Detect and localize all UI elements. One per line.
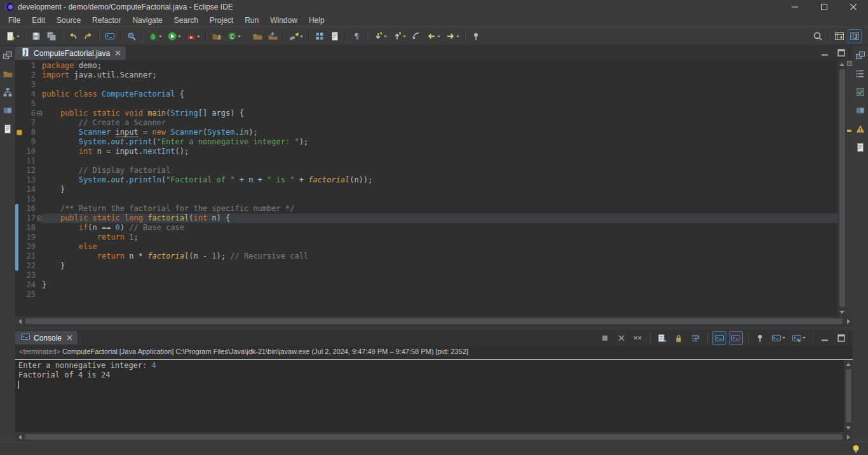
code-line[interactable]: public class ComputeFactorial { [42,90,837,99]
menu-project[interactable]: Project [204,15,239,26]
clear-console-button[interactable] [655,331,669,345]
show-whitespace-button[interactable]: ¶ [349,29,363,43]
dropdown-arrow-icon[interactable] [384,36,387,37]
code-line[interactable] [42,80,837,90]
dropdown-arrow-icon[interactable] [197,36,200,37]
editor-vertical-scrollbar[interactable] [837,60,846,316]
dropdown-arrow-icon[interactable] [238,36,241,37]
scrollbar-thumb[interactable] [839,69,845,307]
remove-all-terminated-button[interactable] [631,331,645,345]
menu-navigate[interactable]: Navigate [126,15,168,26]
code-line[interactable] [42,194,837,204]
javadoc-button[interactable] [854,104,867,117]
word-wrap-button[interactable] [688,331,702,345]
new-java-project-button[interactable]: J [210,29,224,43]
java-browsing-button[interactable] [313,29,327,43]
back-button[interactable] [424,29,442,43]
menu-file[interactable]: File [3,15,26,26]
scroll-left-arrow[interactable] [15,317,24,326]
code-line[interactable]: public static long factorial(int n) { [42,214,837,223]
code-line[interactable]: /** Return the factorial for the specifi… [42,204,837,214]
scroll-right-arrow[interactable] [844,433,853,442]
scrollbar-thumb[interactable] [25,434,843,440]
menu-run[interactable]: Run [239,15,264,26]
dropdown-arrow-icon[interactable] [300,36,303,37]
fold-marker-icon[interactable] [36,214,42,223]
dropdown-arrow-icon[interactable] [782,337,785,339]
menu-window[interactable]: Window [264,15,303,26]
scroll-up-arrow[interactable] [844,360,853,369]
code-line[interactable]: System.out.println("Factorial of " + n +… [42,175,837,185]
tab-console[interactable]: Console [15,331,78,344]
menu-search[interactable]: Search [168,15,204,26]
code-editor[interactable]: 1234567891011121314151617181920212223242… [15,60,853,316]
dropdown-arrow-icon[interactable] [437,36,440,37]
close-window-button[interactable] [839,0,868,14]
run-button[interactable] [165,29,183,43]
declaration-button[interactable] [854,141,867,154]
pin-console-button[interactable] [753,331,767,345]
console-text[interactable]: Enter a nonnegative integer: 4Factorial … [15,360,844,432]
dropdown-arrow-icon[interactable] [178,36,181,37]
open-folder-button[interactable] [250,29,264,43]
snippets-button[interactable] [1,104,14,117]
menu-source[interactable]: Source [51,15,86,26]
maximize-editor-button[interactable] [834,46,848,60]
new-wizard-button[interactable] [4,29,22,43]
next-annotation-button[interactable] [371,29,389,43]
minimize-window-button[interactable] [780,0,810,14]
code-line[interactable]: public static void main(String[] args) { [42,109,837,118]
dropdown-arrow-icon[interactable] [159,36,162,37]
maximize-window-button[interactable] [810,0,839,14]
type-hierarchy-button[interactable] [1,86,14,98]
scroll-down-arrow[interactable] [837,308,846,316]
console-line[interactable]: Enter a nonnegative integer: 4 [18,361,844,370]
external-tools-button[interactable] [184,29,202,43]
problems-button[interactable] [854,123,867,135]
open-type-button[interactable] [125,29,139,43]
show-stdout-changes-button[interactable] [712,331,726,345]
pin-editor-button[interactable] [469,29,483,43]
open-perspective-button[interactable] [832,29,846,43]
code-line[interactable]: // Display factorial [42,166,837,175]
code-line[interactable]: System.out.print("Enter a nonnegative in… [42,137,837,147]
scroll-up-arrow[interactable] [837,60,846,69]
save-button[interactable] [29,29,43,43]
code-line[interactable]: package demo; [42,61,837,71]
dropdown-arrow-icon[interactable] [403,36,406,37]
package-explorer-button[interactable] [1,67,14,80]
maximize-view-button[interactable] [834,331,848,345]
redo-button[interactable] [81,29,95,43]
code-line[interactable]: return 1; [42,233,837,242]
console-output[interactable]: Enter a nonnegative integer: 4Factorial … [15,360,853,432]
restore-right-views-button[interactable] [854,49,867,62]
search-button[interactable] [811,29,825,43]
overview-ruler[interactable] [846,60,853,316]
code-lines[interactable]: package demo;import java.util.Scanner;pu… [42,60,837,316]
scrollbar-thumb[interactable] [25,318,843,324]
code-line[interactable]: else [42,242,837,252]
scroll-down-arrow[interactable] [844,423,853,432]
new-java-class-button[interactable]: C [225,29,243,43]
task-list-button[interactable] [854,86,867,98]
dropdown-arrow-icon[interactable] [17,36,20,37]
display-selected-console-button[interactable] [770,331,787,345]
code-line[interactable]: import java.util.Scanner; [42,71,837,80]
code-line[interactable]: } [42,185,837,194]
code-line[interactable] [42,156,837,166]
menu-edit[interactable]: Edit [26,15,51,26]
minimize-editor-button[interactable] [818,46,832,60]
scroll-lock-button[interactable] [672,331,686,345]
occurrence-marker[interactable] [847,130,851,132]
dropdown-arrow-icon[interactable] [803,337,806,339]
editor-horizontal-scrollbar[interactable] [15,316,853,326]
close-tab-icon[interactable] [115,50,121,56]
open-console-button[interactable] [790,331,808,345]
menu-help[interactable]: Help [303,15,330,26]
code-line[interactable]: } [42,261,837,271]
notification-button[interactable] [849,442,863,455]
tab-computefactorial[interactable]: J ComputeFactorial.java [15,46,126,60]
scrollbar-thumb[interactable] [846,369,851,423]
minimize-view-button[interactable] [818,331,832,345]
console-horizontal-scrollbar[interactable] [15,432,853,442]
